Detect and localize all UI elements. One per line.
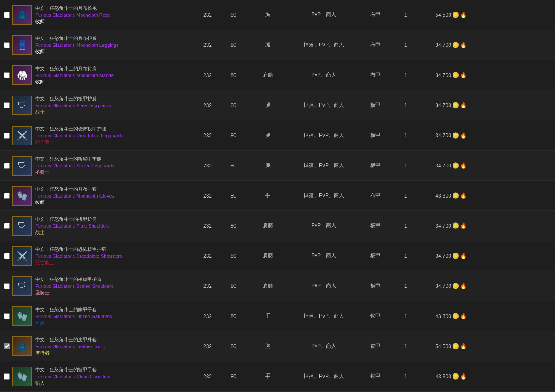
item-slot: 胸 — [246, 11, 289, 19]
item-name-col: 中文：狂怒角斗士的板鳞甲护腿 Furious Gladiator's Scale… — [35, 156, 195, 176]
checkbox-col — [2, 193, 12, 199]
checkbox-col — [2, 163, 12, 169]
item-slot: 腿 — [246, 162, 289, 169]
row-checkbox[interactable] — [4, 283, 10, 289]
price-value: 34,700 — [435, 72, 451, 78]
table-row: 🛡 中文：狂怒角斗士的板甲护腿 Furious Gladiator's Plat… — [0, 90, 555, 120]
checkbox-col — [2, 223, 12, 229]
fire-icon: 🔥 — [460, 313, 467, 319]
gold-icon: 🪙 — [452, 222, 459, 229]
item-name-cn: 中文：狂怒角斗士的恐怖板甲护肩 — [35, 246, 191, 253]
row-checkbox[interactable] — [4, 163, 10, 169]
item-class: 死亡骑士 — [35, 139, 191, 145]
item-level: 80 — [220, 373, 246, 380]
price-value: 34,700 — [435, 223, 451, 229]
item-count: 1 — [393, 193, 419, 199]
row-checkbox[interactable] — [4, 193, 10, 199]
gold-icon: 🪙 — [452, 12, 459, 18]
row-checkbox[interactable] — [4, 102, 10, 108]
item-price: 34,700 🪙 🔥 — [419, 132, 470, 139]
item-source: 掉落、PvP、商人 — [289, 192, 358, 199]
fire-icon: 🔥 — [460, 102, 467, 108]
item-table: 🧥 中文：狂怒角斗士的月布长袍 Furious Gladiator's Moon… — [0, 0, 555, 392]
fire-icon: 🔥 — [460, 283, 467, 289]
item-level: 80 — [220, 163, 246, 169]
table-row: 🧤 中文：狂怒角斗士的月布手套 Furious Gladiator's Moon… — [0, 181, 555, 211]
row-checkbox[interactable] — [4, 72, 10, 78]
row-checkbox[interactable] — [4, 313, 10, 319]
item-slot: 腿 — [246, 102, 289, 109]
gold-icon: 🪙 — [452, 162, 459, 169]
item-name-en[interactable]: Furious Gladiator's Mooncloth Robe — [35, 12, 191, 18]
item-count: 1 — [393, 12, 419, 18]
item-slot: 肩膀 — [246, 222, 289, 229]
item-ilvl: 232 — [195, 253, 220, 259]
price-value: 34,700 — [435, 102, 451, 108]
table-row: 🛡 中文：狂怒角斗士的板甲护肩 Furious Gladiator's Plat… — [0, 211, 555, 241]
price-value: 34,700 — [435, 253, 451, 259]
item-type: 锁甲 — [358, 373, 393, 380]
gold-icon: 🪙 — [452, 373, 459, 380]
item-name-en[interactable]: Furious Gladiator's Plate Legguards — [35, 103, 191, 108]
item-name-en[interactable]: Furious Gladiator's Scaled Shoulders — [35, 284, 191, 289]
item-name-en[interactable]: Furious Gladiator's Mooncloth Gloves — [35, 193, 191, 198]
item-type: 布甲 — [358, 41, 393, 49]
item-class: 牧师 — [35, 19, 191, 25]
row-checkbox[interactable] — [4, 42, 10, 48]
item-icon: 🛡 — [12, 216, 32, 236]
item-name-en[interactable]: Furious Gladiator's Linked Gauntlets — [35, 314, 191, 319]
item-name-en[interactable]: Furious Gladiator's Scaled Legguards — [35, 163, 191, 168]
item-name-en[interactable]: Furious Gladiator's Dreadplate Shoulders — [35, 253, 191, 259]
item-ilvl: 232 — [195, 193, 220, 199]
item-name-en[interactable]: Furious Gladiator's Mooncloth Leggings — [35, 43, 191, 48]
row-checkbox[interactable] — [4, 373, 10, 380]
row-checkbox[interactable] — [4, 133, 10, 139]
item-price: 43,300 🪙 🔥 — [419, 313, 470, 319]
item-type: 板甲 — [358, 282, 393, 290]
item-name-cn: 中文：狂怒角斗士的皮甲外套 — [35, 336, 191, 343]
item-name-col: 中文：狂怒角斗士的月布衬肩 Furious Gladiator's Mooncl… — [35, 65, 195, 85]
item-level: 80 — [220, 313, 246, 319]
item-level: 80 — [220, 72, 246, 78]
item-count: 1 — [393, 102, 419, 108]
item-name-cn: 中文：狂怒角斗士的月布手套 — [35, 186, 191, 192]
table-row: 🛡 中文：狂怒角斗士的板鳞甲护肩 Furious Gladiator's Sca… — [0, 271, 555, 301]
item-name-cn: 中文：狂怒角斗士的月布长袍 — [35, 5, 191, 12]
row-checkbox[interactable] — [4, 343, 10, 349]
item-name-en[interactable]: Furious Gladiator's Dreadplate Legguards — [35, 133, 191, 138]
price-value: 34,700 — [435, 42, 451, 48]
item-source: PvP、商人 — [289, 222, 358, 229]
row-checkbox[interactable] — [4, 253, 10, 259]
item-type: 板甲 — [358, 222, 393, 229]
item-count: 1 — [393, 223, 419, 229]
item-type: 皮甲 — [358, 343, 393, 350]
price-value: 34,700 — [435, 163, 451, 169]
item-icon: 🥋 — [12, 65, 32, 85]
item-type: 布甲 — [358, 192, 393, 199]
item-price: 34,700 🪙 🔥 — [419, 102, 470, 108]
item-name-col: 中文：狂怒角斗士的皮甲外套 Furious Gladiator's Leathe… — [35, 336, 195, 356]
item-name-col: 中文：狂怒角斗士的恐怖板甲护肩 Furious Gladiator's Drea… — [35, 246, 195, 266]
item-icon: ⚔️ — [12, 246, 32, 266]
item-source: 掉落、PvP、商人 — [289, 162, 358, 169]
item-type: 板甲 — [358, 252, 393, 259]
item-ilvl: 232 — [195, 373, 220, 380]
item-name-en[interactable]: Furious Gladiator's Chain Gauntlets — [35, 374, 191, 379]
item-name-en[interactable]: Furious Gladiator's Plate Shoulders — [35, 223, 191, 228]
item-ilvl: 232 — [195, 12, 220, 18]
item-level: 80 — [220, 223, 246, 229]
item-class: 牧师 — [35, 79, 191, 85]
item-name-en[interactable]: Furious Gladiator's Leather Tunic — [35, 344, 191, 349]
item-name-cn: 中文：狂怒角斗士的鳞甲手套 — [35, 306, 191, 313]
row-checkbox[interactable] — [4, 12, 10, 18]
item-source: PvP、商人 — [289, 343, 358, 350]
item-name-cn: 中文：狂怒角斗士的月布护腿 — [35, 35, 191, 42]
item-name-en[interactable]: Furious Gladiator's Mooncloth Mantle — [35, 73, 191, 78]
item-source: PvP、商人 — [289, 11, 358, 19]
item-name-col: 中文：狂怒角斗士的鳞甲手套 Furious Gladiator's Linked… — [35, 306, 195, 326]
row-checkbox[interactable] — [4, 223, 10, 229]
item-ilvl: 232 — [195, 343, 220, 349]
item-name-col: 中文：狂怒角斗士的月布手套 Furious Gladiator's Mooncl… — [35, 186, 195, 206]
item-class: 战士 — [35, 229, 191, 236]
item-icon: 🛡 — [12, 96, 32, 115]
